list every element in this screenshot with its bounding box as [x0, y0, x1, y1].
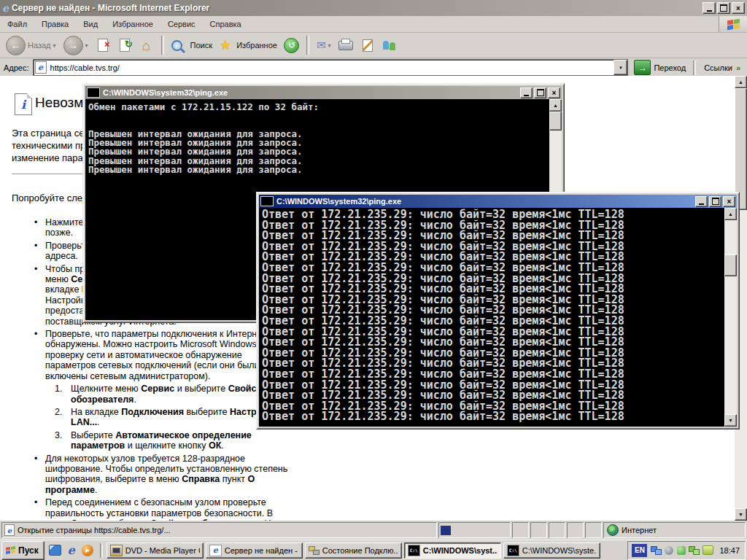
show-desktop-icon[interactable]: [48, 543, 63, 558]
task-button[interactable]: C:\WINDOWS\syste...: [503, 542, 600, 559]
menu-item[interactable]: Справка: [203, 20, 249, 28]
go-icon: →: [634, 60, 651, 75]
search-icon: [171, 40, 182, 51]
progress-pane: [438, 522, 511, 538]
globe-icon: [607, 524, 619, 536]
tray-icon[interactable]: [689, 545, 700, 556]
chevron-down-icon: ▾: [53, 42, 56, 49]
console-line: Обмен пакетами с 172.21.15.122 по 32 бай…: [88, 103, 549, 112]
star-icon: ★: [220, 39, 231, 52]
go-label: Переход: [654, 63, 686, 72]
history-icon: ↺: [284, 38, 299, 53]
list-item: • Проверьте, что параметры подключения к…: [34, 329, 287, 381]
messenger-icon: [382, 39, 396, 52]
task-button[interactable]: Сервер не найден - ...: [206, 542, 303, 559]
scroll-up-icon[interactable]: ▲: [735, 76, 747, 88]
minimize-button[interactable]: [703, 2, 716, 14]
messenger-button[interactable]: [379, 35, 400, 55]
ie-app-icon: e: [2, 2, 9, 14]
start-button[interactable]: Пуск: [1, 541, 44, 560]
status-text: Открытие страницы https://cable.tvs.trg/…: [18, 526, 171, 534]
window-title: Сервер не найден - Microsoft Internet Ex…: [12, 3, 700, 13]
back-button[interactable]: ← Назад ▾: [3, 35, 59, 56]
list-marker: 2.: [55, 407, 71, 428]
task-button-label: Состояние Подклю...: [322, 546, 398, 555]
menu-item[interactable]: Правка: [34, 20, 76, 28]
links-button[interactable]: Ссылки »: [701, 63, 743, 72]
links-label: Ссылки: [704, 63, 732, 72]
start-label: Пуск: [18, 545, 39, 556]
task-button[interactable]: DVD - Media Player C...: [107, 542, 204, 559]
task-button[interactable]: Состояние Подклю...: [305, 542, 402, 559]
console-titlebar[interactable]: C:\WINDOWS\system32\ping.exe ×: [85, 86, 562, 99]
list-marker: •: [34, 497, 45, 521]
minimize-button[interactable]: [695, 196, 708, 207]
list-item: 1. Щелкните меню Сервис и выберите Свойс…: [55, 384, 287, 405]
console-line: [88, 112, 549, 120]
printer-icon: [338, 41, 353, 50]
tray-icon[interactable]: [677, 546, 686, 555]
status-pane: [549, 522, 565, 538]
ie-toolbar: ← Назад ▾ → ▾ × ↻ ⌂ Поиск ★ Избранное ↺: [0, 33, 747, 58]
refresh-button[interactable]: ↻: [115, 35, 135, 55]
windows-flag-icon: [727, 18, 740, 29]
scroll-up-icon[interactable]: ▲: [549, 99, 562, 112]
minimize-button[interactable]: [520, 88, 533, 98]
home-icon: ⌂: [142, 39, 150, 52]
scroll-thumb[interactable]: [724, 254, 737, 276]
console-window-active[interactable]: C:\WINDOWS\system32\ping.exe × Ответ от …: [256, 192, 740, 429]
forward-icon: →: [63, 36, 83, 55]
tray-icon[interactable]: [651, 545, 662, 556]
go-button[interactable]: → Переход: [632, 60, 688, 75]
scroll-thumb[interactable]: [549, 112, 562, 131]
mail-button[interactable]: ✉ ▾: [314, 38, 334, 52]
console-title: C:\WINDOWS\system32\ping.exe: [276, 197, 692, 206]
address-input[interactable]: [49, 61, 612, 74]
scroll-down-icon[interactable]: ▼: [735, 508, 747, 521]
favorites-button[interactable]: ★ Избранное: [217, 38, 280, 52]
stop-button[interactable]: ×: [93, 35, 113, 55]
internet-zone: Интернет: [603, 522, 746, 538]
menu-item[interactable]: Избранное: [105, 20, 160, 28]
print-button[interactable]: [336, 35, 356, 55]
list-item-text: Выберите Автоматическое определениепарам…: [71, 430, 252, 451]
tray-icon[interactable]: [665, 546, 673, 555]
ie-quicklaunch-icon[interactable]: e: [64, 543, 79, 558]
home-button[interactable]: ⌂: [136, 35, 157, 55]
close-button[interactable]: ×: [732, 2, 745, 14]
address-dropdown-button[interactable]: ▼: [614, 60, 627, 75]
console-titlebar[interactable]: C:\WINDOWS\system32\ping.exe ×: [259, 195, 737, 208]
maximize-button[interactable]: [534, 88, 546, 98]
address-combo[interactable]: e ▼: [33, 59, 629, 76]
tray-icon[interactable]: [703, 545, 713, 555]
status-pane: [530, 522, 547, 538]
search-button[interactable]: Поиск: [169, 39, 215, 52]
edit-button[interactable]: [357, 35, 378, 55]
task-button[interactable]: C:\WINDOWS\syst...: [404, 542, 501, 559]
media-player-icon[interactable]: ▶: [80, 543, 95, 558]
status-pane: [585, 522, 602, 538]
scroll-down-icon[interactable]: ▼: [724, 414, 737, 427]
clock[interactable]: 18:47: [718, 546, 741, 555]
task-button-icon: [408, 545, 420, 556]
language-indicator[interactable]: EN: [632, 544, 647, 557]
menu-item[interactable]: Файл: [0, 20, 34, 28]
scroll-up-icon[interactable]: ▲: [724, 208, 737, 220]
cmd-icon: [87, 88, 100, 98]
menu-item[interactable]: Вид: [76, 20, 105, 28]
restore-button[interactable]: [717, 2, 730, 14]
history-button[interactable]: ↺: [282, 35, 302, 55]
list-marker: •: [34, 264, 45, 327]
maximize-button[interactable]: [709, 196, 721, 207]
close-button[interactable]: ×: [548, 88, 560, 98]
list-marker: 1.: [55, 384, 71, 405]
statusbar: e Открытие страницы https://cable.tvs.tr…: [0, 521, 747, 540]
task-button-icon: [309, 545, 320, 556]
menu-item[interactable]: Сервис: [160, 20, 203, 28]
console-line: Ответ от 172.21.235.29: число байт=32 вр…: [262, 411, 724, 422]
task-button-label: C:\WINDOWS\syst...: [423, 546, 498, 555]
console-scrollbar[interactable]: ▲ ▼: [724, 208, 737, 427]
forward-button[interactable]: → ▾: [61, 35, 91, 56]
ie-titlebar[interactable]: e Сервер не найден - Microsoft Internet …: [0, 0, 747, 16]
close-button[interactable]: ×: [723, 196, 735, 207]
